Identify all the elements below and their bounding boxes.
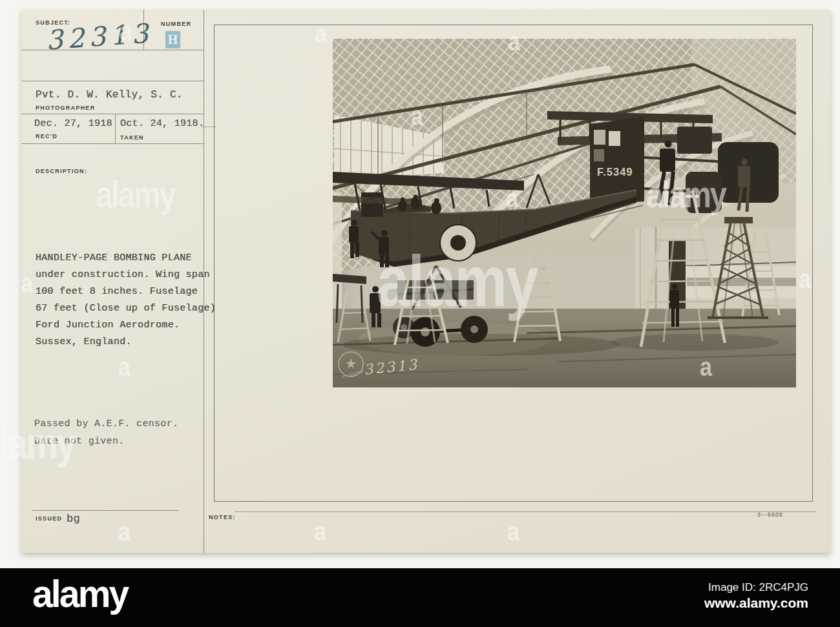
description-line: 67 feet (Close up of Fuselage): [36, 300, 216, 317]
taken-label: TAKEN: [120, 134, 144, 141]
photograph: F.5349: [333, 39, 796, 387]
issued-label: ISSUED: [36, 515, 62, 522]
rule-3: [21, 114, 204, 114]
censor-line: Passed by A.E.F. censor.: [34, 415, 178, 433]
print-code: 3—5605: [757, 511, 783, 518]
description-line: Ford Junction Aerodrome.: [36, 317, 216, 334]
divider-recd-taken: [115, 114, 116, 143]
issued-value: bg: [67, 513, 80, 525]
photographer-name: Pvt. D. W. Kelly, S. C.: [36, 89, 183, 101]
rule-1: [21, 50, 204, 50]
description-line: under construction. Wing span: [36, 267, 216, 283]
description-line: HANDLEY-PAGE BOMBING PLANE: [36, 250, 216, 267]
description-line: Sussex, England.: [36, 334, 216, 351]
received-date: Dec. 27, 1918: [34, 118, 112, 129]
number-label: NUMBER: [161, 21, 191, 27]
alamy-stock-photo-page: SUBJECT: 32313 NUMBER H Pvt. D. W. Kelly…: [0, 0, 840, 627]
taken-date: Oct. 24, 1918.: [120, 118, 204, 129]
footer-bar: alamy Image ID: 2RC4PJG www.alamy.com: [0, 568, 840, 627]
photographer-label: PHOTOGRAPHER: [36, 105, 95, 111]
alamy-logo: alamy: [32, 564, 127, 623]
description-label: DESCRIPTION:: [36, 168, 87, 174]
rule-2: [21, 81, 204, 81]
notes-label: NOTES:: [209, 514, 236, 520]
alamy-url: www.alamy.com: [704, 595, 808, 611]
rule-notes: [235, 511, 815, 512]
description-line: 100 feet 8 inches. Fuselage: [36, 283, 216, 300]
rule-4: [21, 143, 204, 144]
photo-illustration: F.5349: [333, 39, 796, 387]
divider-subject-number: [143, 10, 144, 50]
number-stamp: H: [165, 31, 180, 48]
censor-line: Date not given.: [34, 433, 178, 450]
image-id: Image ID: 2RC4PJG: [708, 581, 808, 594]
received-label: REC'D: [36, 133, 58, 139]
description-text: HANDLEY-PAGE BOMBING PLANE under constru…: [36, 250, 216, 351]
censor-note: Passed by A.E.F. censor. Date not given.: [34, 415, 178, 450]
rule-5: [32, 510, 179, 511]
column-divider: [204, 10, 204, 553]
